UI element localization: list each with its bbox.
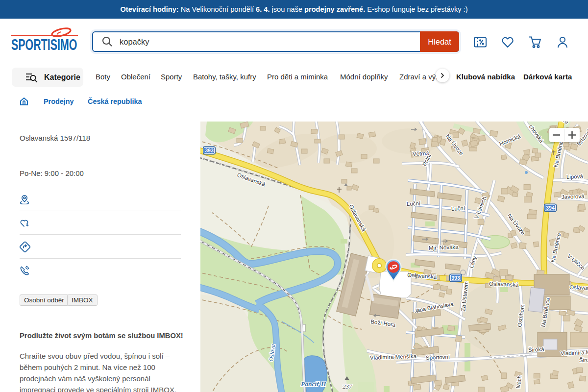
svg-text:Lipová: Lipová bbox=[566, 173, 584, 180]
svg-text:Javorová: Javorová bbox=[562, 193, 585, 200]
svg-text:Širok: Širok bbox=[579, 357, 588, 363]
svg-text:Luční: Luční bbox=[451, 205, 466, 212]
svg-text:Oslavan: Oslavan bbox=[569, 284, 588, 291]
svg-text:Široká: Široká bbox=[528, 346, 545, 353]
svg-text:393: 393 bbox=[205, 147, 214, 153]
svg-text:Pancíř II: Pancíř II bbox=[301, 380, 326, 388]
svg-text:Oslavanská: Oslavanská bbox=[489, 281, 519, 288]
svg-text:Luční: Luční bbox=[407, 200, 421, 207]
svg-text:Sportovní: Sportovní bbox=[426, 354, 450, 361]
svg-text:Vladimíra Men: Vladimíra Men bbox=[561, 349, 588, 356]
svg-text:Mjr. Nováka: Mjr. Nováka bbox=[429, 244, 459, 251]
svg-text:394: 394 bbox=[546, 205, 555, 211]
svg-text:237: 237 bbox=[343, 383, 352, 390]
svg-text:393: 393 bbox=[451, 275, 460, 281]
